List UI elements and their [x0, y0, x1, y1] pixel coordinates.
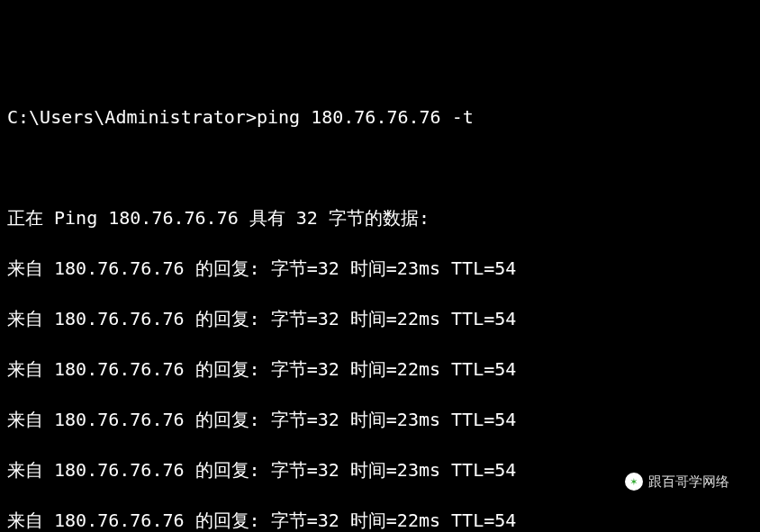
- pinging-line: 正在 Ping 180.76.76.76 具有 32 字节的数据:: [7, 205, 753, 230]
- reply-line: 来自 180.76.76.76 的回复: 字节=32 时间=22ms TTL=5…: [7, 306, 753, 331]
- watermark-badge: ✶ 跟百哥学网络: [616, 465, 738, 498]
- reply-line: 来自 180.76.76.76 的回复: 字节=32 时间=23ms TTL=5…: [7, 407, 753, 432]
- command-text: ping 180.76.76.76 -t: [257, 106, 474, 128]
- prompt-text: C:\Users\Administrator>: [7, 106, 257, 128]
- reply-line: 来自 180.76.76.76 的回复: 字节=32 时间=22ms TTL=5…: [7, 356, 753, 382]
- reply-line: 来自 180.76.76.76 的回复: 字节=32 时间=23ms TTL=5…: [7, 256, 753, 281]
- command-line: C:\Users\Administrator>ping 180.76.76.76…: [7, 104, 753, 130]
- blank-line: [7, 155, 753, 180]
- watermark-text: 跟百哥学网络: [648, 469, 729, 494]
- wechat-icon: ✶: [625, 473, 643, 491]
- reply-line: 来自 180.76.76.76 的回复: 字节=32 时间=22ms TTL=5…: [7, 508, 753, 532]
